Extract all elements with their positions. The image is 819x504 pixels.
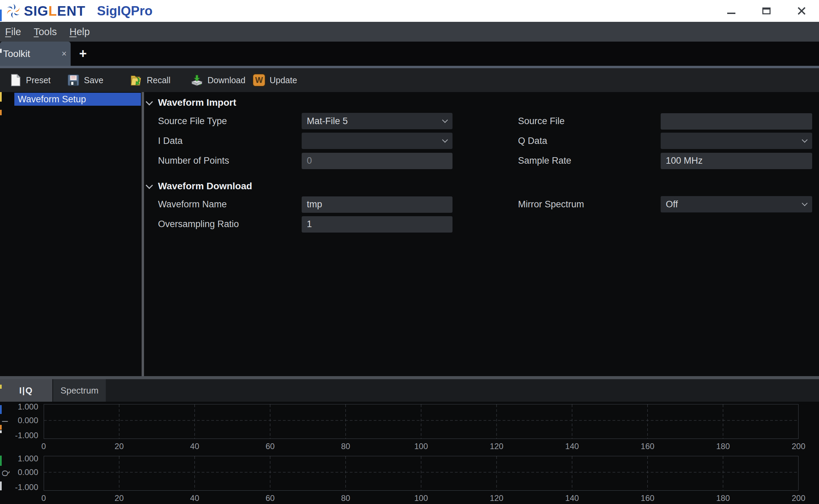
chevron-down-icon bbox=[146, 182, 153, 189]
siglent-logo-icon bbox=[5, 2, 22, 20]
y-tick-label: -1.000 bbox=[0, 431, 38, 440]
oversampling-ratio-input[interactable] bbox=[302, 216, 452, 233]
menu-file[interactable]: File bbox=[5, 26, 21, 38]
menu-help[interactable]: Help bbox=[69, 26, 90, 38]
preset-document-icon bbox=[9, 74, 22, 87]
i-waveform-chart: I 1.0000.000-1.000 020406080100120140160… bbox=[0, 404, 819, 454]
q-plot-area bbox=[44, 456, 799, 491]
waveform-name-input[interactable] bbox=[302, 196, 452, 213]
x-tick-label: 140 bbox=[558, 442, 586, 451]
screen-edge-artifact bbox=[0, 481, 2, 490]
x-tick-label: 60 bbox=[257, 493, 284, 503]
tab-spectrum[interactable]: Spectrum bbox=[53, 379, 106, 402]
section-waveform-import[interactable]: Waveform Import bbox=[147, 97, 236, 109]
plot-canvas bbox=[44, 404, 799, 439]
tab-close-icon[interactable]: × bbox=[61, 49, 67, 59]
number-of-points-input[interactable] bbox=[302, 153, 452, 169]
screen-edge-artifact bbox=[0, 92, 2, 102]
sidebar-splitter[interactable] bbox=[142, 92, 144, 376]
chevron-down-icon bbox=[146, 98, 153, 105]
y-tick-label: 0.000 bbox=[0, 468, 38, 477]
chevron-down-icon bbox=[442, 137, 448, 143]
source-file-field bbox=[661, 113, 812, 129]
screen-edge-artifact bbox=[0, 385, 2, 389]
q-waveform-chart: Q 1.0000.000-1.000 020406080100120140160… bbox=[0, 456, 819, 504]
source-file-type-value: Mat-File 5 bbox=[307, 116, 348, 126]
new-tab-button[interactable]: + bbox=[75, 42, 91, 66]
update-button[interactable]: W Update bbox=[253, 68, 297, 92]
x-tick-label: 40 bbox=[181, 442, 208, 451]
x-tick-label: 20 bbox=[105, 442, 133, 451]
section-title: Waveform Import bbox=[158, 97, 236, 108]
oversampling-ratio-field bbox=[302, 216, 452, 232]
x-tick-label: 60 bbox=[257, 442, 284, 451]
x-tick-label: 120 bbox=[483, 442, 510, 451]
y-tick-labels: 1.0000.000-1.000 bbox=[0, 404, 40, 439]
tab-toolkit-label: Toolkit bbox=[3, 48, 61, 59]
waveform-preview-area: I 1.0000.000-1.000 020406080100120140160… bbox=[0, 402, 819, 504]
source-file-type-label: Source File Type bbox=[158, 113, 227, 129]
download-button[interactable]: Download bbox=[190, 68, 245, 92]
number-of-points-field bbox=[302, 152, 452, 169]
maximize-button[interactable] bbox=[749, 0, 784, 22]
section-waveform-download[interactable]: Waveform Download bbox=[147, 180, 252, 192]
minimize-icon bbox=[727, 13, 735, 14]
menubar: File Tools Help bbox=[0, 22, 819, 42]
x-tick-label: 0 bbox=[30, 493, 57, 503]
screen-edge-artifact bbox=[0, 49, 2, 53]
maximize-icon bbox=[762, 8, 771, 14]
x-tick-label: 80 bbox=[332, 442, 359, 451]
screen-edge-artifact bbox=[0, 10, 2, 21]
i-data-label: I Data bbox=[158, 133, 183, 149]
recall-label: Recall bbox=[147, 75, 170, 85]
x-tick-label: 20 bbox=[105, 493, 133, 503]
preset-label: Preset bbox=[26, 75, 51, 85]
chevron-down-icon bbox=[802, 137, 808, 143]
update-label: Update bbox=[270, 75, 297, 85]
menu-tools[interactable]: Tools bbox=[34, 26, 57, 38]
chevron-down-icon bbox=[442, 117, 448, 123]
x-tick-labels: 020406080100120140160180200 bbox=[44, 440, 799, 452]
tab-toolkit[interactable]: Toolkit × bbox=[0, 42, 71, 66]
mirror-spectrum-select[interactable]: Off bbox=[661, 196, 812, 212]
tabbar-underline bbox=[0, 66, 819, 68]
preset-button[interactable]: Preset bbox=[9, 68, 51, 92]
update-w-icon: W bbox=[253, 74, 265, 87]
x-tick-label: 180 bbox=[709, 493, 737, 503]
x-tick-label: 100 bbox=[407, 442, 435, 451]
x-tick-label: 100 bbox=[407, 493, 435, 503]
x-tick-label: 140 bbox=[558, 493, 586, 503]
sidebar-item-waveform-setup[interactable]: Waveform Setup bbox=[14, 93, 141, 106]
panel-resize-divider[interactable] bbox=[0, 376, 819, 379]
sample-rate-field bbox=[661, 152, 812, 169]
tab-iq[interactable]: I|Q bbox=[0, 379, 52, 402]
settings-panel: Waveform Import Source File Type Mat-Fil… bbox=[144, 92, 819, 376]
x-tick-label: 200 bbox=[785, 442, 812, 451]
sample-rate-input[interactable] bbox=[661, 153, 812, 169]
sample-rate-label: Sample Rate bbox=[518, 152, 571, 169]
x-tick-label: 80 bbox=[332, 493, 359, 503]
download-drive-icon bbox=[190, 74, 203, 87]
i-data-select[interactable] bbox=[302, 133, 452, 149]
save-button[interactable]: Save bbox=[67, 68, 103, 92]
x-tick-label: 120 bbox=[483, 493, 510, 503]
x-tick-label: 160 bbox=[634, 493, 661, 503]
source-file-type-select[interactable]: Mat-File 5 bbox=[302, 113, 452, 129]
y-tick-labels: 1.0000.000-1.000 bbox=[0, 456, 40, 491]
waveform-name-field bbox=[302, 196, 452, 212]
sigiqpro-window: SIGLENT SigIQPro File Tools Help Toolkit… bbox=[0, 0, 819, 504]
preview-tabbar: I|Q Spectrum bbox=[0, 379, 819, 402]
x-tick-label: 160 bbox=[634, 442, 661, 451]
screen-edge-artifact bbox=[0, 110, 2, 115]
number-of-points-label: Number of Points bbox=[158, 152, 229, 169]
close-button[interactable] bbox=[784, 0, 819, 22]
y-tick-label: 0.000 bbox=[0, 416, 38, 425]
x-tick-label: 180 bbox=[709, 442, 737, 451]
source-file-input[interactable] bbox=[661, 113, 812, 130]
x-tick-label: 40 bbox=[181, 493, 208, 503]
recall-button[interactable]: Recall bbox=[130, 68, 170, 92]
screen-edge-artifact bbox=[0, 430, 2, 433]
sidebar: Waveform Setup bbox=[0, 92, 142, 376]
minimize-button[interactable] bbox=[714, 0, 749, 22]
q-data-select[interactable] bbox=[661, 133, 812, 149]
